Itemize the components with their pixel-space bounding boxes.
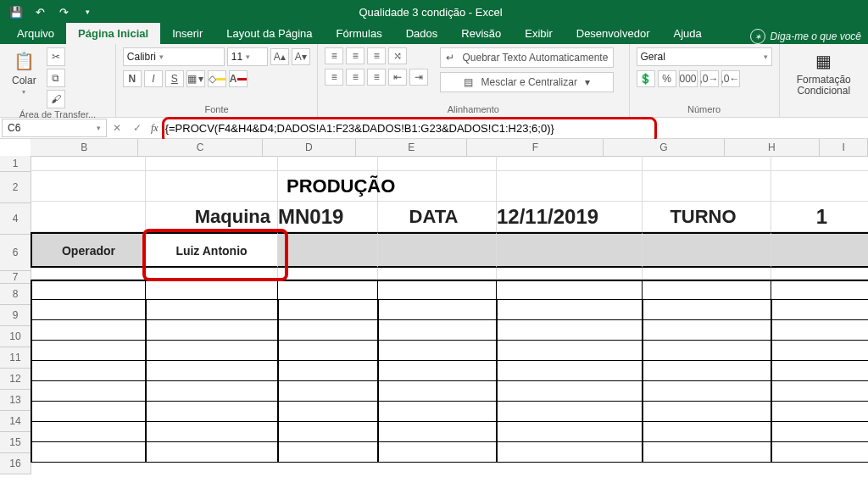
merge-center-button[interactable]: ▤ Mesclar e Centralizar ▾ [440, 72, 614, 92]
table-cell[interactable] [497, 381, 643, 402]
table-cell[interactable] [643, 442, 771, 463]
col-header[interactable]: E [356, 139, 467, 156]
row-header[interactable]: 6 [0, 235, 31, 271]
table-cell[interactable] [278, 300, 378, 320]
align-center-button[interactable]: ≡ [346, 69, 364, 86]
table-cell[interactable] [146, 300, 278, 320]
percent-format-button[interactable]: % [658, 70, 676, 87]
table-cell[interactable] [643, 422, 771, 442]
table-cell[interactable] [497, 361, 643, 381]
comma-format-button[interactable]: 000 [679, 70, 698, 87]
increase-indent-button[interactable]: ⇥ [409, 69, 428, 86]
table-cell[interactable] [146, 341, 278, 361]
value-maquina[interactable]: MN019 [278, 202, 378, 232]
table-cell[interactable] [378, 422, 497, 442]
tab-dados[interactable]: Dados [394, 23, 450, 44]
cancel-formula-button[interactable]: ✕ [107, 119, 127, 137]
table-cell[interactable] [378, 320, 497, 341]
table-cell[interactable] [378, 381, 497, 402]
col-header[interactable]: D [263, 139, 357, 156]
table-cell[interactable] [146, 402, 278, 422]
tab-inserir[interactable]: Inserir [160, 23, 214, 44]
table-cell[interactable] [643, 300, 771, 320]
table-cell[interactable] [278, 341, 378, 361]
tab-formulas[interactable]: Fórmulas [325, 23, 394, 44]
table-cell[interactable] [497, 341, 643, 361]
row-header[interactable]: 16 [0, 453, 31, 474]
table-cell[interactable] [771, 300, 868, 320]
borders-button[interactable]: ▦▾ [186, 70, 205, 87]
table-cell[interactable] [31, 361, 146, 381]
row-header[interactable]: 15 [0, 432, 31, 453]
enter-formula-button[interactable]: ✓ [127, 119, 147, 137]
table-cell[interactable] [146, 320, 278, 341]
table-cell[interactable] [31, 300, 146, 320]
table-cell[interactable] [643, 341, 771, 361]
format-painter-button[interactable]: 🖌 [47, 90, 65, 108]
copy-button[interactable]: ⧉ [47, 69, 65, 87]
col-header[interactable]: I [820, 139, 868, 156]
row-header[interactable]: 1 [0, 156, 31, 172]
table-cell[interactable] [146, 361, 278, 381]
increase-font-button[interactable]: A▴ [270, 48, 289, 65]
tell-me[interactable]: ✶ Diga-me o que você [750, 29, 868, 44]
col-header[interactable]: G [604, 139, 724, 156]
worksheet[interactable]: B C D E F G H I 1 2 4 6 7 8 9 10 11 12 1… [0, 139, 868, 488]
row-header[interactable]: 4 [0, 203, 31, 235]
table-cell[interactable] [378, 361, 497, 381]
paste-button[interactable]: 📋 Colar ▾ [7, 47, 42, 97]
value-operador[interactable]: Luiz Antonio [146, 232, 278, 268]
font-size-combo[interactable]: 11▾ [227, 47, 268, 66]
col-header[interactable]: C [138, 139, 262, 156]
save-icon[interactable]: 💾 [8, 4, 24, 19]
col-header[interactable]: F [467, 139, 604, 156]
conditional-formatting-button[interactable]: ▦ Formatação Condicional [787, 47, 862, 98]
decrease-indent-button[interactable]: ⇤ [388, 69, 407, 86]
fill-color-button[interactable]: ◇ [208, 70, 226, 87]
underline-button[interactable]: S [165, 70, 184, 87]
table-cell[interactable] [31, 381, 146, 402]
cut-button[interactable]: ✂ [47, 47, 65, 66]
tab-exibir[interactable]: Exibir [513, 23, 565, 44]
row-header[interactable]: 9 [0, 305, 31, 326]
table-cell[interactable] [771, 361, 868, 381]
table-cell[interactable] [771, 341, 868, 361]
table-cell[interactable] [643, 402, 771, 422]
row-header[interactable]: 7 [0, 271, 31, 284]
decrease-font-button[interactable]: A▾ [292, 48, 310, 65]
table-cell[interactable] [278, 361, 378, 381]
table-cell[interactable] [497, 300, 643, 320]
align-right-button[interactable]: ≡ [367, 69, 386, 86]
align-left-button[interactable]: ≡ [325, 69, 343, 86]
table-cell[interactable] [771, 422, 868, 442]
align-bottom-button[interactable]: ≡ [367, 47, 386, 64]
increase-decimal-button[interactable]: ,0→ [700, 70, 719, 87]
tab-ajuda[interactable]: Ajuda [661, 23, 713, 44]
table-cell[interactable] [643, 320, 771, 341]
italic-button[interactable]: I [144, 70, 163, 87]
col-header[interactable]: H [725, 139, 821, 156]
table-cell[interactable] [771, 381, 868, 402]
wrap-text-button[interactable]: ↵ Quebrar Texto Automaticamente [440, 47, 614, 68]
orientation-button[interactable]: ⤭ [388, 47, 407, 64]
table-cell[interactable] [378, 442, 497, 463]
table-cell[interactable] [31, 422, 146, 442]
col-header[interactable]: B [31, 139, 138, 156]
fx-icon[interactable]: fx [151, 122, 159, 135]
table-cell[interactable] [278, 381, 378, 402]
row-header[interactable]: 14 [0, 411, 31, 432]
table-cell[interactable] [31, 402, 146, 422]
bold-button[interactable]: N [123, 70, 142, 87]
tab-pagina-inicial[interactable]: Página Inicial [66, 23, 160, 44]
table-cell[interactable] [146, 381, 278, 402]
table-cell[interactable] [278, 422, 378, 442]
table-cell[interactable] [771, 320, 868, 341]
number-format-combo[interactable]: Geral▾ [637, 47, 772, 66]
table-cell[interactable] [643, 361, 771, 381]
table-cell[interactable] [31, 442, 146, 463]
row-header[interactable]: 13 [0, 390, 31, 411]
table-cell[interactable] [31, 320, 146, 341]
table-cell[interactable] [643, 381, 771, 402]
row-header[interactable]: 10 [0, 326, 31, 347]
table-cell[interactable] [497, 442, 643, 463]
